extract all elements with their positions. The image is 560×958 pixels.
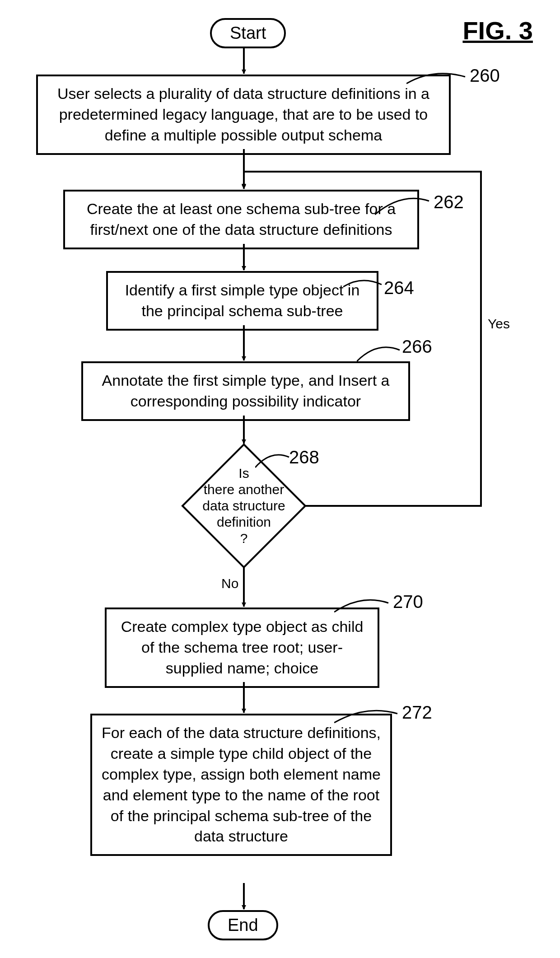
figure-title: FIG. 3: [462, 16, 533, 45]
process-262: Create the at least one schema sub-tree …: [63, 190, 419, 249]
process-270: Create complex type object as child of t…: [105, 608, 379, 688]
ref-264: 264: [384, 278, 414, 298]
edge-no: No: [221, 576, 238, 591]
end-terminator: End: [208, 910, 278, 940]
leader-260: [406, 70, 470, 93]
leader-272: [334, 707, 402, 729]
ref-268: 268: [289, 447, 319, 467]
edge-yes: Yes: [488, 316, 510, 332]
ref-260: 260: [470, 65, 500, 86]
process-260: User selects a plurality of data structu…: [36, 75, 451, 155]
start-terminator: Start: [210, 18, 286, 48]
leader-268: [255, 452, 291, 472]
leader-262: [375, 194, 434, 219]
ref-270: 270: [393, 592, 423, 612]
ref-266: 266: [402, 336, 432, 357]
leader-266: [357, 343, 402, 366]
process-272: For each of the data structure definitio…: [90, 714, 392, 856]
leader-270: [334, 596, 393, 619]
process-266: Annotate the first simple type, and Inse…: [81, 361, 410, 421]
ref-262: 262: [434, 192, 464, 212]
ref-272: 272: [402, 702, 432, 723]
process-264: Identify a first simple type object in t…: [106, 271, 378, 331]
leader-264: [343, 276, 384, 294]
